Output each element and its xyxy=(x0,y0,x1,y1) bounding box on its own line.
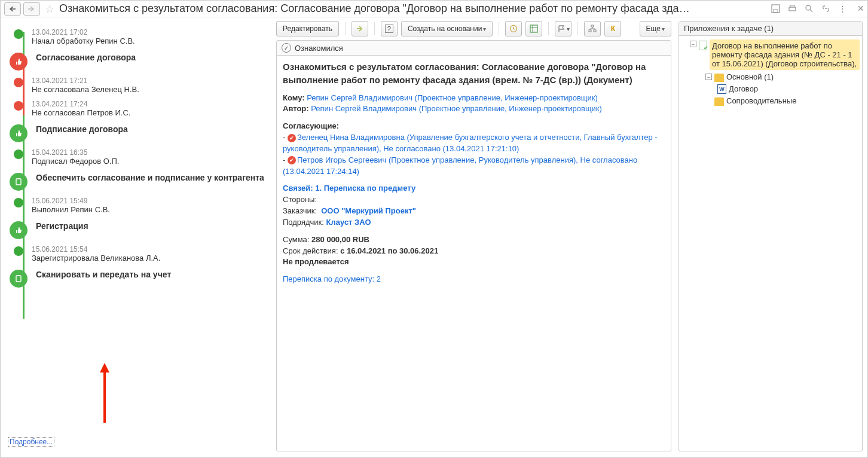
tree-root-item[interactable]: − Договор на выполнение работ по ремонту… xyxy=(681,38,860,71)
timeline-stage: Сканировать и передать на учет xyxy=(14,268,265,288)
amount-value: 280 000,00 RUB xyxy=(311,235,369,244)
acknowledged-label: Ознакомился xyxy=(295,44,343,53)
period-label: Срок действия: xyxy=(283,246,338,255)
svg-rect-7 xyxy=(17,178,20,179)
structure-button[interactable] xyxy=(584,21,601,36)
close-icon[interactable]: × xyxy=(857,2,864,15)
attachments-header: Приложения к задаче (1) xyxy=(679,22,862,36)
svg-rect-6 xyxy=(16,179,21,185)
timeline-dot-icon xyxy=(14,29,23,39)
timeline-event: 13.04.2021 17:21Не согласовала Зеленец Н… xyxy=(14,77,265,94)
correspondence-count[interactable]: 2 xyxy=(377,274,381,283)
timeline-event: 15.06.2021 15:54Зарегистрировала Великан… xyxy=(14,245,265,262)
svg-rect-0 xyxy=(772,5,780,13)
edit-button[interactable]: Редактировать xyxy=(276,21,339,36)
arrow-left-icon xyxy=(9,6,16,12)
timeline-stage: Регистрация xyxy=(14,220,265,239)
svg-rect-17 xyxy=(589,30,591,32)
structure-icon xyxy=(588,25,597,33)
document-view: ✓ Ознакомился Ознакомиться с результатом… xyxy=(276,40,671,451)
timeline-dot-icon xyxy=(14,246,23,256)
page-title: Ознакомиться с результатом согласования:… xyxy=(59,2,768,15)
flag-icon xyxy=(557,25,566,33)
more-menu-button[interactable]: Еще▾ xyxy=(640,21,671,36)
timeline-stage: Подписание договора xyxy=(14,123,265,142)
author-link[interactable]: Репин Сергей Владимирович (Проектное упр… xyxy=(311,104,602,113)
create-based-on-button[interactable]: Создать на основании▾ xyxy=(401,21,493,36)
timeline-dot-icon xyxy=(14,198,23,207)
spreadsheet-icon xyxy=(530,25,538,33)
approver-link[interactable]: Петров Игорь Сергеевич (Проектное управл… xyxy=(283,155,637,176)
approvers-label: Согласующие: xyxy=(283,121,665,132)
customer-label: Заказчик: xyxy=(283,206,317,215)
period-value: с 16.04.2021 по 30.06.2021 xyxy=(340,246,438,255)
clipboard-icon xyxy=(10,173,27,191)
timeline-stage: Согласование договора xyxy=(14,51,265,71)
more-details-link[interactable]: Подробнее... xyxy=(8,437,54,447)
print-icon[interactable] xyxy=(787,4,797,14)
help-button[interactable]: ? xyxy=(381,21,398,36)
check-circle-icon: ✓ xyxy=(282,43,291,53)
forward-action-button[interactable] xyxy=(352,21,368,36)
svg-rect-16 xyxy=(591,25,594,27)
collapse-icon[interactable]: − xyxy=(705,74,712,80)
arrow-right-icon xyxy=(356,25,364,32)
svg-marker-11 xyxy=(100,363,109,372)
arrow-right-icon xyxy=(28,6,35,12)
folder-icon xyxy=(714,97,724,106)
tree-folder-main[interactable]: − Основной (1) xyxy=(681,71,860,83)
timeline-event: 15.04.2021 16:35Подписал Федоров О.П. xyxy=(14,148,265,166)
timeline-dot-icon xyxy=(14,101,23,111)
approver-link[interactable]: Зеленец Нина Владимировна (Управление бу… xyxy=(283,133,658,153)
customer-link[interactable]: ООО "Меркурий Проект" xyxy=(321,206,416,215)
tree-folder-other[interactable]: Сопроводительные xyxy=(681,95,860,107)
svg-rect-2 xyxy=(789,7,796,11)
timeline-event: 13.04.2021 17:02Начал обработку Репин С.… xyxy=(14,28,265,45)
separator xyxy=(577,22,578,35)
link-icon[interactable] xyxy=(820,4,831,14)
correspondence-label[interactable]: Переписка по документу: xyxy=(283,274,374,283)
timeline-dot-icon xyxy=(14,149,23,159)
flag-button[interactable]: ▾ xyxy=(555,21,571,36)
rejected-icon: ✔ xyxy=(288,134,296,142)
toolbar: Редактировать ? Создать на основании▾ ▾ … xyxy=(276,21,671,36)
svg-rect-3 xyxy=(790,5,794,7)
rejected-icon: ✔ xyxy=(288,156,296,164)
nav-back-button[interactable] xyxy=(4,2,21,16)
timeline-stage: Обеспечить согласование и подписание у к… xyxy=(14,172,265,191)
separator xyxy=(548,22,549,35)
contractor-label: Подрядчик: xyxy=(283,218,324,227)
spreadsheet-button[interactable] xyxy=(525,21,542,36)
annotation-arrow-icon xyxy=(97,363,112,423)
thumbs-up-icon xyxy=(10,124,27,142)
main-panel: Редактировать ? Создать на основании▾ ▾ … xyxy=(273,17,676,456)
favorite-star-icon[interactable]: ☆ xyxy=(45,2,54,16)
whom-label: Кому: xyxy=(283,93,305,102)
separator xyxy=(374,22,375,35)
amount-label: Сумма: xyxy=(283,235,309,244)
attachments-panel: Приложения к задаче (1) − Договор на вып… xyxy=(676,17,867,456)
document-heading: Ознакомиться с результатом согласования:… xyxy=(283,60,665,87)
svg-rect-1 xyxy=(774,10,778,13)
menu-dots-icon[interactable]: ⋮ xyxy=(837,4,848,14)
clock-button[interactable] xyxy=(505,21,522,36)
timeline-panel: 13.04.2021 17:02Начал обработку Репин С.… xyxy=(1,17,273,456)
app-window: ☆ Ознакомиться с результатом согласовани… xyxy=(0,0,868,458)
k-button[interactable]: К xyxy=(604,21,621,36)
save-icon[interactable] xyxy=(770,4,781,14)
tree-file-item[interactable]: W Договор xyxy=(681,83,860,95)
acknowledged-bar: ✓ Ознакомился xyxy=(277,41,671,56)
svg-line-5 xyxy=(810,10,812,12)
timeline-event: 15.06.2021 15:49Выполнил Репин С.В. xyxy=(14,197,265,214)
collapse-icon[interactable]: − xyxy=(690,41,696,47)
links-label[interactable]: Связей: 1. Переписка по предмету xyxy=(283,183,665,194)
nav-forward-button[interactable] xyxy=(23,2,40,16)
thumbs-up-icon xyxy=(10,221,27,239)
svg-point-4 xyxy=(806,5,811,10)
folder-other-label: Сопроводительные xyxy=(726,96,796,105)
whom-link[interactable]: Репин Сергей Владимирович (Проектное упр… xyxy=(307,93,598,102)
contractor-link[interactable]: Клауст ЗАО xyxy=(326,218,371,227)
thumbs-up-icon xyxy=(10,53,27,71)
svg-rect-18 xyxy=(594,30,596,32)
search-icon[interactable] xyxy=(803,4,814,14)
